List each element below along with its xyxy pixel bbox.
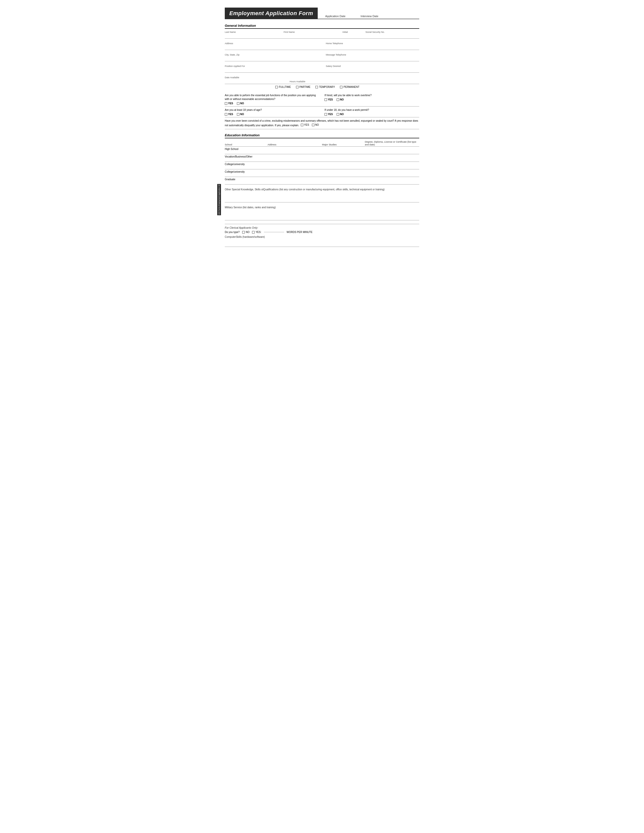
essential-no-cb[interactable] (237, 102, 240, 105)
age-no[interactable]: NO (237, 113, 244, 116)
fulltime-checkbox[interactable]: FULLTIME (275, 85, 291, 88)
essential-no[interactable]: NO (237, 102, 244, 105)
college2-address[interactable] (267, 169, 322, 177)
overtime-question: If hired, will you be able to work overt… (325, 93, 419, 105)
permanent-cb-box[interactable] (340, 86, 343, 88)
overtime-no-cb[interactable] (336, 98, 339, 101)
college1-major[interactable] (322, 162, 365, 169)
message-telephone-label: Message Telephone (326, 53, 419, 56)
permit-no[interactable]: NO (336, 113, 344, 116)
essential-yes-cb[interactable] (225, 102, 227, 105)
type-no-checkbox[interactable]: NO (242, 231, 250, 233)
type-no-cb[interactable] (242, 231, 245, 233)
high-school-address[interactable] (267, 147, 322, 154)
address-label: Address (225, 42, 318, 45)
address-field: Address (225, 42, 318, 49)
parttime-checkbox[interactable]: PARTIME (296, 85, 311, 88)
age-no-cb[interactable] (237, 113, 240, 116)
college1-degree[interactable] (365, 162, 419, 169)
military-value[interactable] (225, 210, 419, 220)
permit-no-cb[interactable] (336, 113, 339, 116)
other-knowledge-label: Other Special Knowledge, Skills otQualif… (225, 188, 419, 191)
position-salary-row: Position Applied For Salary Desired (225, 65, 419, 73)
crime-no-answer[interactable]: NO (312, 123, 319, 127)
permit-yes-label: YES (328, 113, 333, 116)
fulltime-cb-box[interactable] (275, 86, 278, 88)
clerical-section: For Clerical Applicants Only: Do you typ… (225, 224, 419, 247)
age-yes-cb[interactable] (225, 113, 227, 116)
hours-available-label: Hours Available (290, 80, 419, 83)
temporary-label: TEMPORARY (319, 85, 335, 88)
parttime-label: PARTIME (299, 85, 311, 88)
crime-yes-answer[interactable]: YES (301, 123, 309, 127)
vocation-address[interactable] (267, 154, 322, 162)
essential-answers: YES NO (225, 102, 319, 105)
overtime-text: If hired, will you be able to work overt… (325, 93, 419, 97)
application-date-label: Application Date (325, 14, 346, 18)
graduate-address[interactable] (267, 177, 322, 185)
temporary-checkbox[interactable]: TEMPORARY (316, 85, 335, 88)
fulltime-label: FULLTIME (279, 85, 291, 88)
crime-text: Have you ever been convicted of a crime,… (225, 119, 419, 127)
computer-skills-label: ComputerSkills (hardware/software) (225, 235, 419, 238)
permanent-checkbox[interactable]: PERMANENT (340, 85, 359, 88)
college2-major[interactable] (322, 169, 365, 177)
first-name-label: First Name (283, 31, 337, 33)
message-telephone-field: Message Telephone (326, 53, 419, 61)
salary-field: Salary Desired (326, 65, 419, 72)
city-state-zip-value[interactable] (225, 56, 318, 61)
high-school-major[interactable] (322, 147, 365, 154)
college2-degree[interactable] (365, 169, 419, 177)
form-id-label: 100 Forms Employment Application 02 (217, 184, 221, 215)
overtime-yes[interactable]: YES (325, 98, 333, 101)
college1-address[interactable] (267, 162, 322, 169)
vocation-degree[interactable] (365, 154, 419, 162)
position-field: Position Applied For (225, 65, 318, 72)
date-available-value[interactable] (225, 79, 290, 83)
computer-skills-value[interactable] (225, 239, 419, 247)
position-value[interactable] (225, 68, 318, 72)
high-school-degree[interactable] (365, 147, 419, 154)
date-available-field: Date Available (225, 76, 290, 83)
initial-value[interactable] (343, 34, 361, 38)
interview-date-label: Interview Date (361, 14, 378, 18)
hours-label-row: Date Available Hours Available (225, 76, 419, 84)
permit-yes-cb[interactable] (325, 113, 327, 116)
vocation-major[interactable] (322, 154, 365, 162)
table-row: College/university (225, 169, 419, 177)
other-knowledge-value[interactable] (225, 192, 419, 203)
work-permit-text: If under 18, do you have a work permit? (325, 108, 419, 112)
type-yes-checkbox[interactable]: YES: (252, 231, 261, 233)
age-yes[interactable]: YES (225, 113, 233, 116)
overtime-no[interactable]: NO (336, 98, 344, 101)
first-name-value[interactable] (283, 34, 337, 38)
ssn-value[interactable] (365, 34, 419, 38)
ssn-label: Social Security No. (365, 31, 419, 33)
overtime-answers: YES NO (325, 98, 419, 101)
permit-yes[interactable]: YES (325, 113, 333, 116)
last-name-field: Last Name (225, 31, 279, 38)
last-name-value[interactable] (225, 34, 279, 38)
crime-yes-cb[interactable] (301, 124, 303, 126)
home-telephone-value[interactable] (326, 45, 419, 49)
crime-no-cb[interactable] (312, 124, 314, 126)
essential-yes[interactable]: YES (225, 102, 233, 105)
age-answers: YES NO (225, 113, 319, 116)
overtime-yes-cb[interactable] (325, 98, 327, 101)
essential-yes-label: YES (228, 102, 233, 105)
graduate-degree[interactable] (365, 177, 419, 185)
home-telephone-label: Home Telephone (326, 42, 419, 45)
initial-field: Initial (343, 31, 361, 38)
typing-row: Do you type? NO YES: WORDS PER MINUTE (225, 231, 419, 233)
hours-checkboxes: FULLTIME PARTIME TEMPORARY PERMANENT (225, 85, 419, 88)
address-value[interactable] (225, 45, 318, 49)
table-row: Vocation/Business/Other (225, 154, 419, 162)
message-telephone-value[interactable] (326, 56, 419, 61)
graduate-major[interactable] (322, 177, 365, 185)
parttime-cb-box[interactable] (296, 86, 298, 88)
wpm-input[interactable] (264, 232, 284, 232)
temporary-cb-box[interactable] (316, 86, 318, 88)
salary-value[interactable] (326, 68, 419, 72)
last-name-label: Last Name (225, 31, 279, 33)
type-yes-cb[interactable] (252, 231, 254, 233)
